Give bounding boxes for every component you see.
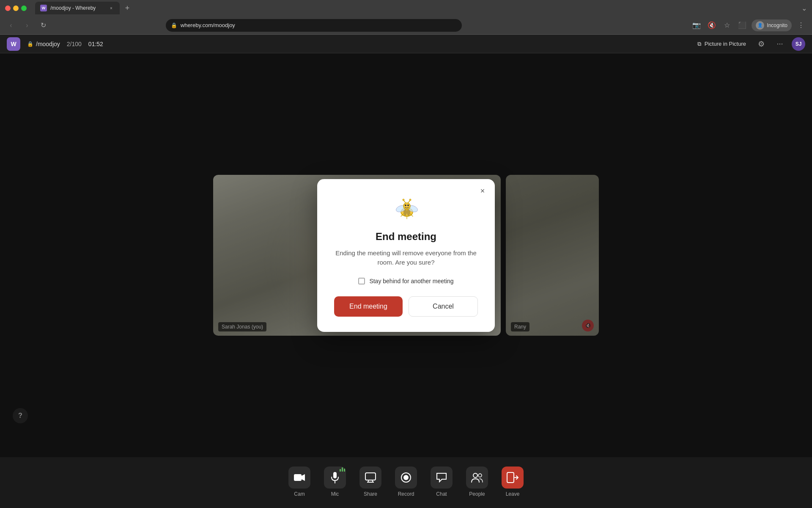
people-icon [466,467,488,489]
leave-button[interactable]: Leave [496,464,529,500]
maximize-window-button[interactable] [21,6,27,11]
cam-button[interactable]: Cam [283,464,316,500]
share-button[interactable]: Share [354,464,387,500]
svg-point-8 [407,204,409,206]
toolbar-buttons: Cam Mic [283,464,529,500]
main-content: Sarah Jonas (you) 🔇 Rany ? × [0,53,812,508]
back-button[interactable]: ‹ [5,19,17,31]
room-lock-icon: 🔒 [27,41,33,47]
video-area: Sarah Jonas (you) 🔇 Rany ? × [0,53,812,457]
chat-icon [431,467,453,489]
browser-titlebar: W /moodjoy - Whereby × + ⌄ [0,0,812,16]
cam-label: Cam [294,491,304,497]
forward-button[interactable]: › [21,19,33,31]
mute-button[interactable]: 🔇 [706,19,718,31]
leave-label: Leave [506,491,520,497]
pip-button[interactable]: ⧉ Picture in Picture [694,39,749,49]
browser-chrome: W /moodjoy - Whereby × + ⌄ ‹ › ↻ 🔒 where… [0,0,812,35]
toolbar-right: ⧉ Picture in Picture ⚙ ··· SJ [694,37,805,51]
tab-close-button[interactable]: × [108,5,115,11]
record-icon [395,467,417,489]
share-label: Share [364,491,377,497]
user-initials: SJ [796,41,802,47]
mascot-illustration [389,194,423,224]
user-avatar-button[interactable]: SJ [792,37,805,51]
svg-point-12 [409,199,411,201]
mic-button[interactable]: Mic [318,464,352,500]
minimize-window-button[interactable] [13,6,19,11]
bookmark-button[interactable]: ☆ [721,19,733,31]
modal-description: Ending the meeting will remove everyone … [334,248,478,268]
browser-more-button[interactable]: ⋮ [795,19,807,31]
whereby-toolbar: W 🔒 /moodjoy 2/100 01:52 ⧉ Picture in Pi… [0,35,812,53]
pip-label: Picture in Picture [705,41,746,47]
svg-point-26 [473,473,477,478]
stay-behind-label: Stay behind for another meeting [369,278,453,284]
svg-marker-17 [302,474,305,481]
active-tab[interactable]: W /moodjoy - Whereby × [35,2,120,14]
share-icon [359,467,381,489]
record-button[interactable]: Record [389,464,423,500]
modal-buttons: End meeting Cancel [334,296,478,317]
extensions-button[interactable]: ⬛ [736,19,748,31]
tab-bar: W /moodjoy - Whereby × + [35,2,798,14]
svg-point-6 [403,203,410,210]
svg-rect-16 [294,474,302,481]
svg-point-7 [405,204,406,206]
people-button[interactable]: People [460,464,494,500]
new-tab-button[interactable]: + [121,2,133,14]
svg-point-10 [403,199,404,201]
incognito-label: Incognito [767,22,787,28]
lock-icon: 🔒 [171,22,177,28]
browser-actions: 📷 🔇 ☆ ⬛ 👤 Incognito ⋮ [691,19,807,31]
mic-label: Mic [331,491,339,497]
svg-rect-28 [507,472,514,483]
cam-icon [288,467,310,489]
end-meeting-confirm-button[interactable]: End meeting [334,296,403,317]
room-name-text: /moodjoy [36,41,60,47]
more-options-button[interactable]: ··· [773,37,787,51]
svg-rect-20 [365,473,376,480]
tab-expand-button[interactable]: ⌄ [801,4,807,12]
incognito-avatar: 👤 [756,21,764,30]
traffic-lights [5,6,27,11]
chat-label: Chat [436,491,447,497]
modal-mascot [334,194,478,224]
incognito-profile-button[interactable]: 👤 Incognito [752,19,792,31]
modal-close-button[interactable]: × [476,185,489,198]
modal-title: End meeting [334,231,478,243]
url-bar[interactable]: 🔒 whereby.com/moodjoy [166,19,462,32]
chat-button[interactable]: Chat [425,464,458,500]
participant-count: 2/100 [67,41,82,47]
svg-point-27 [478,474,482,477]
cancel-button[interactable]: Cancel [409,296,478,317]
tab-favicon: W [40,5,47,11]
modal-overlay: × [0,53,812,457]
leave-icon [502,467,524,489]
svg-point-25 [403,475,409,480]
whereby-logo: W [7,37,20,51]
settings-button[interactable]: ⚙ [754,37,768,51]
pip-icon: ⧉ [697,41,701,47]
tab-title: /moodjoy - Whereby [50,5,104,11]
meeting-timer: 01:52 [88,41,103,47]
end-meeting-modal: × [317,179,495,332]
stay-behind-checkbox[interactable] [358,278,365,284]
bottom-toolbar: Cam Mic [0,457,812,508]
room-name-section: 🔒 /moodjoy [27,41,60,47]
svg-rect-18 [333,472,337,478]
mic-icon [324,467,346,489]
refresh-button[interactable]: ↻ [37,19,49,31]
record-label: Record [398,491,414,497]
close-window-button[interactable] [5,6,11,11]
address-bar: ‹ › ↻ 🔒 whereby.com/moodjoy 📷 🔇 ☆ ⬛ 👤 In… [0,16,812,35]
modal-checkbox-row: Stay behind for another meeting [334,278,478,284]
url-text: whereby.com/moodjoy [181,22,235,28]
camera-button[interactable]: 📷 [691,19,702,31]
people-label: People [469,491,485,497]
